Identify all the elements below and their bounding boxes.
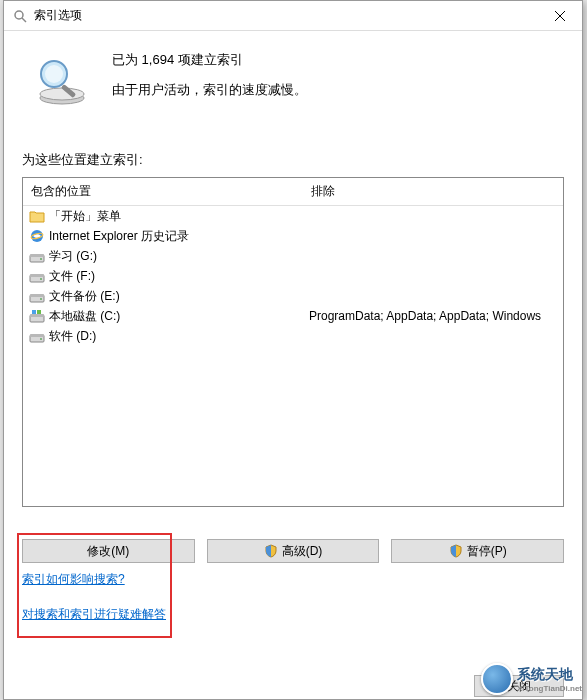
close-icon	[555, 11, 565, 21]
svg-point-5	[40, 88, 84, 100]
svg-line-1	[22, 18, 26, 22]
disk-icon	[29, 268, 45, 284]
indexing-options-dialog: 索引选项 已为 1,694 项建立索引 由于用户活动，索引的速度减慢。 为这些位…	[3, 0, 583, 700]
ie-icon	[29, 228, 45, 244]
location-cell: 本地磁盘 (C:)	[23, 308, 303, 325]
dialog-content: 已为 1,694 项建立索引 由于用户活动，索引的速度减慢。 为这些位置建立索引…	[4, 31, 582, 633]
svg-rect-18	[30, 294, 44, 297]
svg-rect-22	[32, 310, 36, 314]
list-item[interactable]: 文件 (F:)	[23, 266, 563, 286]
locations-listview[interactable]: 包含的位置 排除 「开始」菜单Internet Explorer 历史记录学习 …	[22, 177, 564, 507]
shield-icon	[449, 544, 463, 558]
svg-point-16	[40, 278, 42, 280]
modify-label: 修改(M)	[87, 543, 129, 560]
advanced-label: 高级(D)	[282, 543, 323, 560]
disk-icon	[29, 328, 45, 344]
svg-rect-15	[30, 274, 44, 277]
pause-button[interactable]: 暂停(P)	[391, 539, 564, 563]
close-label: 关闭	[507, 678, 531, 695]
location-name: Internet Explorer 历史记录	[49, 228, 189, 245]
location-name: 文件 (F:)	[49, 268, 95, 285]
index-count-text: 已为 1,694 项建立索引	[112, 51, 307, 69]
listview-header: 包含的位置 排除	[23, 178, 563, 206]
svg-rect-12	[30, 254, 44, 257]
folder-icon	[29, 208, 45, 224]
close-button[interactable]	[537, 1, 582, 31]
magnifier-disk-icon	[32, 56, 92, 106]
indexing-icon	[12, 8, 28, 24]
svg-point-7	[45, 65, 63, 83]
titlebar: 索引选项	[4, 1, 582, 31]
svg-point-26	[40, 338, 42, 340]
button-row: 修改(M) 高级(D) 暂停(P)	[22, 539, 564, 563]
advanced-button[interactable]: 高级(D)	[207, 539, 380, 563]
svg-rect-21	[30, 314, 44, 317]
pause-label: 暂停(P)	[467, 543, 507, 560]
index-speed-text: 由于用户活动，索引的速度减慢。	[112, 81, 307, 99]
excluded-cell: ProgramData; AppData; AppData; Windows	[303, 309, 563, 323]
list-item[interactable]: 学习 (G:)	[23, 246, 563, 266]
location-name: 软件 (D:)	[49, 328, 96, 345]
list-item[interactable]: 本地磁盘 (C:)ProgramData; AppData; AppData; …	[23, 306, 563, 326]
close-dialog-button[interactable]: 关闭	[474, 675, 564, 697]
location-cell: Internet Explorer 历史记录	[23, 228, 303, 245]
svg-point-13	[40, 258, 42, 260]
location-cell: 文件 (F:)	[23, 268, 303, 285]
svg-rect-23	[37, 310, 41, 314]
disk-icon	[29, 248, 45, 264]
location-name: 学习 (G:)	[49, 248, 97, 265]
system-disk-icon	[29, 308, 45, 324]
location-cell: 文件备份 (E:)	[23, 288, 303, 305]
svg-point-0	[15, 11, 23, 19]
disk-icon	[29, 288, 45, 304]
svg-point-19	[40, 298, 42, 300]
status-header: 已为 1,694 项建立索引 由于用户活动，索引的速度减慢。	[22, 46, 564, 111]
listview-body: 「开始」菜单Internet Explorer 历史记录学习 (G:)文件 (F…	[23, 206, 563, 506]
troubleshoot-link[interactable]: 对搜索和索引进行疑难解答	[22, 606, 166, 623]
location-cell: 学习 (G:)	[23, 248, 303, 265]
list-item[interactable]: 文件备份 (E:)	[23, 286, 563, 306]
location-name: 文件备份 (E:)	[49, 288, 120, 305]
how-index-affects-search-link[interactable]: 索引如何影响搜索?	[22, 571, 125, 588]
modify-button[interactable]: 修改(M)	[22, 539, 195, 563]
dialog-title: 索引选项	[34, 7, 537, 24]
location-name: 「开始」菜单	[49, 208, 121, 225]
list-item[interactable]: 软件 (D:)	[23, 326, 563, 346]
svg-rect-25	[30, 334, 44, 337]
list-item[interactable]: 「开始」菜单	[23, 206, 563, 226]
list-item[interactable]: Internet Explorer 历史记录	[23, 226, 563, 246]
shield-icon	[264, 544, 278, 558]
location-cell: 「开始」菜单	[23, 208, 303, 225]
column-excluded[interactable]: 排除	[303, 178, 563, 205]
column-included[interactable]: 包含的位置	[23, 178, 303, 205]
location-cell: 软件 (D:)	[23, 328, 303, 345]
locations-label: 为这些位置建立索引:	[22, 151, 564, 169]
location-name: 本地磁盘 (C:)	[49, 308, 120, 325]
